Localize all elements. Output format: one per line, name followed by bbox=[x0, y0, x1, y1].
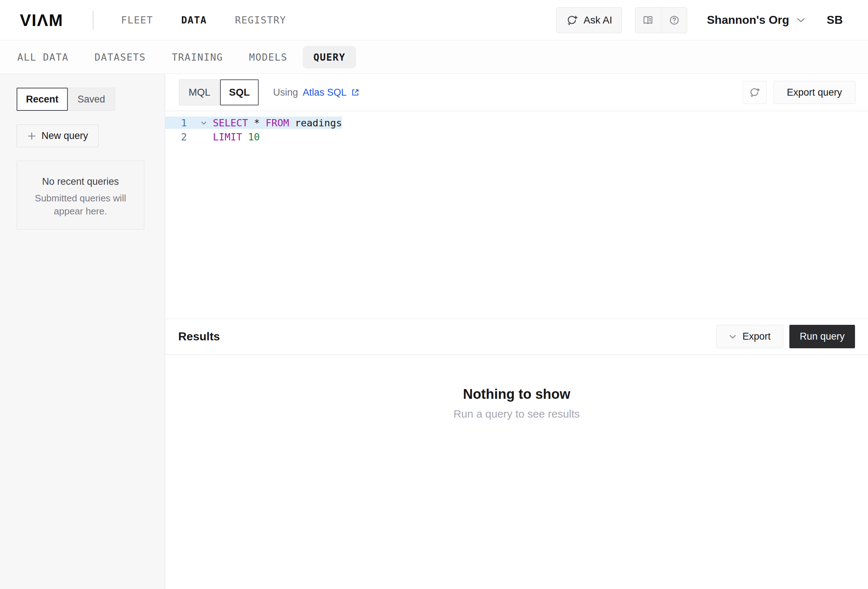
empty-state-subtitle: Run a query to see results bbox=[165, 408, 868, 420]
tab-models[interactable]: MODELS bbox=[249, 52, 288, 63]
external-link-icon bbox=[351, 88, 360, 97]
results-actions: Export Run query bbox=[716, 325, 855, 348]
sql-editor[interactable]: 1 SELECT * FROM readings 2 LIMIT 10 bbox=[165, 111, 868, 319]
query-sidebar: Recent Saved New query No recent queries… bbox=[0, 74, 165, 589]
fold-toggle[interactable] bbox=[195, 121, 213, 125]
nav-registry[interactable]: REGISTRY bbox=[235, 15, 286, 26]
question-circle-icon bbox=[669, 15, 680, 26]
using-label: Using bbox=[273, 87, 298, 98]
user-avatar[interactable]: SB bbox=[827, 13, 843, 27]
tab-datasets[interactable]: DATASETS bbox=[94, 52, 146, 63]
atlas-sql-link-label: Atlas SQL bbox=[303, 87, 347, 98]
run-query-button[interactable]: Run query bbox=[789, 325, 855, 348]
top-bar: VIΛM FLEET DATA REGISTRY Ask AI bbox=[0, 0, 868, 40]
mode-sql-button[interactable]: SQL bbox=[220, 79, 259, 105]
tab-recent[interactable]: Recent bbox=[16, 88, 68, 111]
chevron-down-icon bbox=[797, 18, 805, 23]
query-language-toggle: MQL SQL bbox=[179, 79, 259, 105]
data-section-nav: ALL DATA DATASETS TRAINING MODELS QUERY bbox=[0, 40, 868, 74]
code-token: readings bbox=[295, 117, 342, 129]
export-results-button[interactable]: Export bbox=[716, 325, 783, 348]
query-main: MQL SQL Using Atlas SQL bbox=[165, 74, 868, 589]
empty-state-title: Nothing to show bbox=[165, 386, 868, 402]
tab-query[interactable]: QUERY bbox=[303, 46, 356, 68]
primary-nav: FLEET DATA REGISTRY bbox=[121, 15, 286, 26]
recent-saved-toggle: Recent Saved bbox=[16, 88, 165, 111]
code-text: SELECT * FROM readings bbox=[213, 117, 342, 129]
code-line-1[interactable]: 1 SELECT * FROM readings bbox=[165, 116, 868, 130]
editor-toolbar-right: Export query bbox=[743, 81, 855, 104]
org-switcher[interactable]: Shannon's Org bbox=[707, 13, 805, 27]
results-title: Results bbox=[178, 330, 220, 343]
sparkle-refresh-icon bbox=[566, 14, 578, 26]
code-token: LIMIT bbox=[213, 132, 248, 142]
viam-data-query-page: VIΛM FLEET DATA REGISTRY Ask AI bbox=[0, 0, 868, 589]
open-book-icon bbox=[642, 15, 653, 26]
results-empty-state: Nothing to show Run a query to see resul… bbox=[165, 355, 868, 589]
mode-mql-button[interactable]: MQL bbox=[179, 79, 220, 105]
line-number: 1 bbox=[165, 117, 195, 129]
top-bar-right: Ask AI bbox=[556, 7, 843, 33]
regenerate-ai-button[interactable] bbox=[743, 81, 767, 104]
editor-toolbar: MQL SQL Using Atlas SQL bbox=[165, 74, 868, 111]
tab-training[interactable]: TRAINING bbox=[172, 52, 223, 63]
nav-data[interactable]: DATA bbox=[181, 15, 207, 26]
atlas-sql-link[interactable]: Atlas SQL bbox=[303, 87, 360, 98]
code-line-2[interactable]: 2 LIMIT 10 bbox=[165, 130, 868, 144]
chevron-down-icon bbox=[201, 121, 207, 125]
tab-all-data[interactable]: ALL DATA bbox=[17, 52, 69, 63]
code-text: LIMIT 10 bbox=[213, 132, 260, 142]
logo-divider bbox=[93, 11, 93, 30]
plus-icon bbox=[27, 132, 37, 141]
tab-saved[interactable]: Saved bbox=[68, 88, 115, 111]
no-recent-queries-title: No recent queries bbox=[17, 176, 144, 187]
code-token: SELECT bbox=[213, 117, 254, 129]
viam-logo[interactable]: VIΛM bbox=[20, 10, 63, 30]
ask-ai-button[interactable]: Ask AI bbox=[556, 7, 622, 33]
help-button-group bbox=[635, 7, 688, 33]
using-atlas-sql: Using Atlas SQL bbox=[273, 87, 360, 98]
documentation-button[interactable] bbox=[635, 7, 661, 33]
chevron-down-icon bbox=[729, 334, 736, 339]
no-recent-queries-panel: No recent queries Submitted queries will… bbox=[16, 161, 144, 229]
help-button[interactable] bbox=[661, 7, 687, 33]
export-results-label: Export bbox=[743, 331, 771, 342]
line-number: 2 bbox=[165, 132, 195, 142]
code-token: * bbox=[254, 117, 266, 129]
ask-ai-label: Ask AI bbox=[584, 15, 612, 26]
new-query-label: New query bbox=[41, 130, 88, 142]
new-query-button[interactable]: New query bbox=[16, 124, 99, 147]
nav-fleet[interactable]: FLEET bbox=[121, 15, 153, 26]
export-query-button[interactable]: Export query bbox=[774, 81, 855, 104]
org-name: Shannon's Org bbox=[707, 13, 789, 27]
code-token: FROM bbox=[266, 117, 295, 129]
sparkle-refresh-icon bbox=[749, 87, 760, 98]
results-header: Results Export Run query bbox=[165, 319, 868, 355]
code-token: 10 bbox=[248, 132, 260, 142]
no-recent-queries-subtitle: Submitted queries will appear here. bbox=[27, 192, 134, 218]
